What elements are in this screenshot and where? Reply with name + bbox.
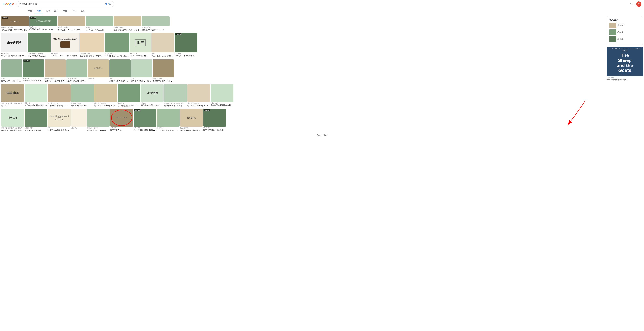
image-row-4: 绵羊 山羊 基督教改革宗长老会温州教会绵羊 山羊 H Land每日美烽·第43两…	[1, 84, 605, 107]
search-bar[interactable]: 绵羊和山羊的比喻 🖼 🔍	[16, 1, 114, 7]
tab-maps[interactable]: 地图	[61, 8, 69, 14]
image-card[interactable]: 颐德传专栏绵羊 羊与山羊的比喻	[24, 109, 47, 132]
image-card[interactable]: 神日会友爱受 马太福音甘五章31-46节·万民分为绵羊...	[80, 33, 104, 57]
image-card-jworg[interactable]: 绵羊与山羊图片 JW.ORG绵羊与山羊（...	[110, 109, 133, 131]
image-card[interactable]: 福音联盟 绵羊和山羊的真正区别	[86, 16, 113, 31]
user-avatar[interactable]: R	[636, 2, 642, 7]
image-card[interactable]: YouTube YouTube绵羊刚·主耶稣分开公绵羊象（绵羊）8...	[203, 109, 226, 131]
related-thumb	[609, 36, 616, 42]
image-row-5: 绵羊 山羊 基督教改革宗长老会温州教会基督教改革宗长老会温州教会 8：1... …	[1, 109, 605, 132]
image-card[interactable]: 生命季刊虽然，但以为见见绵羊与公山...	[157, 109, 180, 132]
image-row-2: 山羊與綿羊 Facebook 台南半岛堂基督教会·绵羊和山羊 25: 31–..…	[1, 33, 605, 57]
image-card[interactable]: 山羊 Facebook OGBC·高雄经堂-【你...	[130, 33, 151, 57]
tab-all[interactable]: 全部	[26, 8, 34, 14]
image-card[interactable]: 重思高里经中心 绵羊与山羊（Sheep & Goat）	[58, 16, 85, 31]
sidebar: 相关搜索 山羊绵羊 绵羊角 黑山羊 THE PARABLE OF	[607, 16, 643, 134]
search-input[interactable]: 绵羊和山羊的比喻	[19, 3, 103, 5]
image-card[interactable]: 搜狗 绵羊or山羊，谁优分不清？最详细...	[152, 33, 174, 57]
related-searches-title: 相关搜索	[609, 18, 640, 21]
image-card[interactable]: 方格子 vocus像像巾中最小的一个丨方格子 vocus	[153, 59, 174, 82]
image-card[interactable]: 你是哪绵羊？ 福音时代	[88, 59, 109, 80]
apps-icon[interactable]: ⋮⋮⋮	[630, 2, 634, 6]
related-thumb	[609, 22, 616, 28]
image-card[interactable]: 信徒送就教会 圣经精音·分别绵羊和麦子、山羊和绵羊	[114, 16, 142, 31]
image-row-3: 搜狗绵羊or山羊，谁优分不清？ YouTube YouTube分别绵羊山羊的比喻…	[1, 59, 605, 82]
image-card[interactable]: 重思高里经中心 主耶稣比喻之26：分别绵羊山羊的比喻	[105, 33, 129, 57]
tab-more[interactable]: 更多	[70, 8, 78, 14]
image-card[interactable]: 生命季刊今日是·您是右边的绵羊?还是左边的山...	[118, 84, 140, 107]
image-card[interactable]: 基督教论坛报荒芜世代的天国子绵...	[71, 84, 94, 107]
tab-images[interactable]: 图片	[35, 8, 43, 14]
image-card[interactable]: 重思高里经中心绵羊与山羊（Sheep & Goat）	[94, 84, 117, 107]
header: Google 绵羊和山羊的比喻 🖼 🔍 ⋮⋮⋮ R	[0, 0, 644, 8]
related-label: 绵羊角	[618, 31, 623, 34]
image-card[interactable]: 基督教改革宗传道会温哥华公绵羊和公山羊的比喻	[164, 84, 187, 107]
nav-tabs: 全部 图片 视频 新闻 地图 更多 工具	[0, 8, 644, 14]
tab-news[interactable]: 新闻	[52, 8, 60, 14]
search-icon[interactable]: 🔍	[108, 2, 112, 6]
image-card[interactable]: 在沙漠流浪记·德者所 山羊？绵羊？Cephas...	[28, 33, 50, 57]
image-grid: the goats... YouTube 海外华人福音网 在线主日崇拜！2020…	[1, 16, 605, 134]
image-card[interactable]: 重思高里经中心审判绵羊山羊（Sheep & Goat）| 重...	[87, 109, 110, 132]
tab-tools[interactable]: 工具	[79, 8, 87, 14]
image-card[interactable]: 山羊的呼喚 H Land耶日美烽·山羊的比喻302	[141, 84, 164, 106]
image-card[interactable]: 方格子绵羊图片生象形，大家知道绵羊与山...	[131, 59, 152, 82]
image-card[interactable]: H Land每日美烽·第43两年·绵羊的会	[24, 84, 47, 106]
related-item-2[interactable]: 绵羊角	[609, 30, 640, 35]
image-card[interactable]: YouTube YouTube 耶稣对比绵羊与山羊的比喻，究竟...	[175, 33, 198, 57]
image-card[interactable]: 绵羊和山羊的比喻视频 YouTube YouTube 绵羊和山羊的比喻(太25:…	[30, 16, 57, 30]
image-card[interactable]: YouTube YouTube2015-4-4太25章31-46·绵羊与山羊..…	[134, 109, 156, 131]
screenshot-label: Screenshot	[1, 134, 643, 137]
image-card[interactable]: 搜狐耶稣对比绵羊与山羊的比喻	[110, 59, 130, 82]
image-card[interactable]: 福音救今日程圣经小百科：山羊和绵羊	[44, 59, 66, 82]
related-item-1[interactable]: 山羊绵羊	[609, 22, 640, 28]
header-right: ⋮⋮⋮ R	[630, 2, 642, 7]
image-card[interactable]: 搜狗绵羊or山羊，谁优分不清？	[1, 59, 22, 82]
image-card[interactable]: the goats... YouTube 海外华人福音网 在线主日崇拜！2020…	[1, 16, 29, 31]
image-card-sheep-goats[interactable]: "The Sheep from the Goats" Facebook 基督是主…	[51, 33, 80, 57]
related-searches-box: 相关搜索 山羊绵羊 绵羊角 黑山羊	[607, 16, 643, 45]
image-row-1: the goats... YouTube 海外华人福音网 在线主日崇拜！2020…	[1, 16, 605, 31]
image-card[interactable]: 山羊與綿羊 Facebook 台南半岛堂基督教会·绵羊和山羊 25: 31–..…	[1, 33, 27, 57]
related-label: 黑山羊	[618, 38, 623, 40]
image-card[interactable]: 跟进行团·Dog绵羊和山羊的故事）| D...	[48, 84, 70, 107]
image-card[interactable]: YouTube YouTube分别绵羊山羊的比喻(吴王兆讲道)	[23, 59, 44, 82]
image-card[interactable]: 绵羊卡通	[71, 109, 86, 129]
image-card[interactable]: 重思高里经中心绵羊与山羊（Sheep & Goat）	[187, 84, 210, 107]
tab-video[interactable]: 视频	[44, 8, 52, 14]
image-card[interactable]: 绵羊 山羊 基督教改革宗长老会温州教会基督教改革宗长老会温州教会 8：1...	[1, 109, 24, 132]
image-card[interactable]: 找回迷羊吧 见见如何志我回道这些·基督教福音宣教会...	[180, 109, 203, 132]
image-card[interactable]: ecbchurch.org爱粤粤语部重温重温·审判的比喻·绵...	[210, 84, 233, 106]
main-content: the goats... YouTube 海外华人福音网 在线主日崇拜！2020…	[0, 14, 644, 139]
image-search-icon[interactable]: 🖼	[104, 2, 107, 6]
related-label: 山羊绵羊	[618, 24, 625, 27]
google-logo[interactable]: Google	[2, 2, 14, 6]
image-card[interactable]: 绵羊 山羊 基督教改革宗长老会温州教会绵羊 山羊	[1, 84, 24, 107]
image-card[interactable]: 中文圣经网 撒旦各期和天国绵羊本－18	[142, 16, 170, 31]
related-thumb	[609, 30, 616, 35]
image-card[interactable]: The parable of the sheep and goatsMat 25…	[48, 109, 70, 131]
related-item-3[interactable]: 黑山羊	[609, 36, 640, 42]
sidebar-book-image[interactable]: THE PARABLE OF THE GOATS AND SHEEP TheSh…	[607, 47, 643, 81]
image-card[interactable]: 基督教论坛报荒芜世代的天国子民特...	[66, 59, 87, 82]
